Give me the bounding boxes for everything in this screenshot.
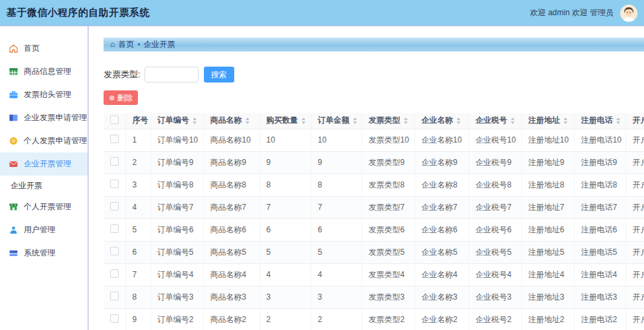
table-cell: 企业名称3 (414, 286, 468, 308)
table-cell: 5 (311, 241, 362, 263)
column-header[interactable]: 商品名称 (203, 113, 259, 129)
sidebar-item-3[interactable]: 发票抬头管理 (0, 83, 88, 106)
table-cell: 4 (125, 196, 150, 218)
sort-caret-icon[interactable] (616, 117, 620, 124)
table-cell: 企业税号4 (468, 263, 521, 286)
column-header-label: 发票类型 (369, 116, 401, 125)
sidebar-item-4[interactable]: 企业发票申请管理 (0, 106, 88, 129)
breadcrumb: ⌂ 首页 • 企业开票 (104, 38, 644, 51)
table-cell: 企业名称5 (414, 241, 468, 263)
table-cell: 6 (125, 241, 150, 263)
avatar-face-icon (620, 5, 637, 22)
table-cell: 2 (125, 151, 150, 174)
row-checkbox[interactable] (110, 157, 119, 166)
table-cell: 注册地址3 (521, 286, 574, 308)
search-button[interactable]: 搜索 (204, 67, 234, 82)
sidebar-item-1[interactable]: 首页 (0, 37, 88, 60)
table-cell: 注册地址2 (521, 308, 574, 330)
table-cell: 开户银行2 (626, 308, 644, 330)
table-cell: 注册电话6 (574, 218, 626, 241)
delete-button[interactable]: ⊗ 删除 (104, 90, 138, 105)
column-header-label: 订单金额 (318, 116, 350, 125)
sort-caret-icon[interactable] (457, 117, 461, 124)
column-header-label: 购买数量 (267, 116, 298, 125)
search-label: 发票类型: (104, 69, 141, 81)
sidebar-item-label: 发票抬头管理 (24, 89, 71, 100)
table-cell: 发票类型8 (362, 174, 414, 196)
sidebar-item-8[interactable]: 个人开票管理 (0, 195, 88, 218)
table-cell: 发票类型3 (362, 286, 414, 308)
sidebar-item-label: 系统管理 (24, 248, 55, 259)
table-cell: 注册地址4 (521, 263, 574, 286)
table-cell: 企业税号9 (468, 151, 521, 174)
table-cell: 注册电话8 (574, 174, 626, 196)
row-checkbox[interactable] (110, 135, 119, 143)
sort-caret-icon[interactable] (404, 117, 408, 124)
table-cell: 2 (259, 308, 311, 330)
sidebar-item-label: 企业开票 (11, 180, 42, 191)
table-cell: 注册电话9 (574, 151, 626, 174)
sort-caret-icon[interactable] (564, 117, 567, 124)
sidebar-item-9[interactable]: 用户管理 (0, 218, 88, 242)
user-icon (9, 226, 18, 234)
sort-caret-icon[interactable] (511, 117, 515, 124)
sidebar-item-6[interactable]: 企业开票管理 (0, 152, 88, 176)
briefcase-icon (9, 90, 18, 99)
invoice-type-input[interactable] (145, 67, 199, 82)
row-checkbox[interactable] (110, 224, 119, 233)
breadcrumb-separator: • (137, 38, 140, 51)
column-header-label: 订单编号 (158, 116, 189, 125)
table-cell: 订单编号4 (150, 263, 203, 286)
table-cell: 发票类型6 (362, 218, 414, 241)
sort-caret-icon[interactable] (245, 117, 249, 124)
breadcrumb-home-link[interactable]: 首页 (118, 38, 134, 51)
sidebar-item-label: 企业发票申请管理 (24, 112, 87, 123)
table-cell: 开户银行8 (626, 174, 644, 196)
table-cell: 7 (311, 196, 362, 218)
column-header[interactable]: 注册地址 (521, 113, 574, 129)
sidebar-item-10[interactable]: 系统管理 (0, 242, 88, 265)
row-checkbox[interactable] (110, 180, 119, 188)
column-header[interactable]: 注册电话 (574, 113, 626, 129)
sidebar-item-5[interactable]: 个人发票申请管理 (0, 129, 88, 152)
table-cell: 发票类型5 (362, 241, 414, 263)
row-checkbox[interactable] (110, 269, 119, 278)
sidebar-item-2[interactable]: 商品信息管理 (0, 60, 88, 83)
table-row: 5订单编号6商品名称666发票类型6企业名称6企业税号6注册地址6注册电话6开户… (104, 218, 644, 241)
column-header[interactable]: 发票类型 (362, 113, 414, 129)
row-checkbox[interactable] (110, 292, 119, 300)
table-cell: 注册地址10 (521, 129, 574, 151)
sort-caret-icon[interactable] (193, 117, 197, 124)
sort-caret-icon[interactable] (353, 117, 357, 124)
sidebar-item-7[interactable]: 企业开票 (0, 176, 88, 195)
sort-caret-icon[interactable] (302, 117, 306, 124)
sidebar-item-label: 用户管理 (24, 224, 55, 236)
table-cell: 发票类型9 (362, 151, 414, 174)
row-checkbox[interactable] (110, 202, 119, 211)
column-header[interactable]: 订单金额 (311, 113, 362, 129)
column-header[interactable]: 购买数量 (259, 113, 311, 129)
table-cell: 8 (125, 286, 150, 308)
column-header[interactable]: 订单编号 (150, 113, 203, 129)
row-checkbox[interactable] (110, 247, 119, 255)
table-cell: 商品名称2 (203, 308, 259, 330)
row-checkbox[interactable] (110, 314, 119, 323)
table-row: 1订单编号10商品名称101010发票类型10企业名称10企业税号10注册地址1… (104, 129, 644, 151)
select-all-checkbox[interactable] (110, 116, 119, 124)
user-avatar[interactable] (620, 5, 637, 22)
table-cell: 商品名称8 (203, 174, 259, 196)
table-cell: 企业税号6 (468, 218, 521, 241)
table-cell: 企业税号5 (468, 241, 521, 263)
table-cell: 开户银行7 (626, 196, 644, 218)
column-header[interactable]: 开户银行 (626, 113, 644, 129)
column-header-label: 开户银行 (633, 116, 644, 125)
table-cell: 8 (311, 174, 362, 196)
table-cell: 发票类型10 (362, 129, 414, 151)
column-header[interactable]: 企业名称 (414, 113, 468, 129)
table-cell: 企业名称6 (414, 218, 468, 241)
table-cell: 商品名称4 (203, 263, 259, 286)
column-header[interactable]: 企业税号 (468, 113, 521, 129)
column-header-label: 企业名称 (422, 116, 453, 125)
invoice-table: 序号订单编号商品名称购买数量订单金额发票类型企业名称企业税号注册地址注册电话开户… (104, 113, 644, 330)
table-cell: 注册电话10 (574, 129, 626, 151)
